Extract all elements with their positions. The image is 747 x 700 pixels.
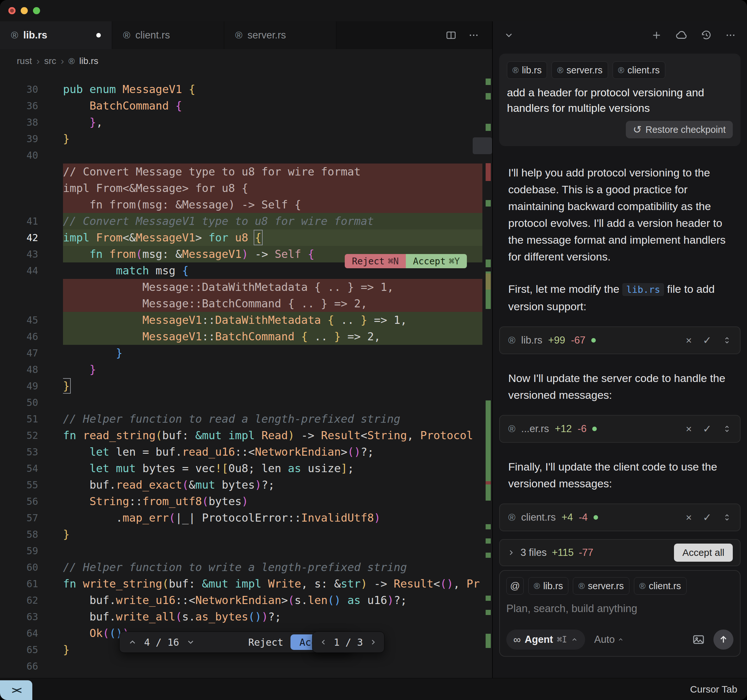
nav-down-icon[interactable] — [186, 638, 195, 647]
tab-client-rs[interactable]: ® client.rs — [112, 21, 224, 49]
expand-file-icon[interactable] — [723, 513, 732, 522]
code-line[interactable]: impl Message { — [0, 674, 492, 678]
model-selector[interactable]: Auto — [594, 634, 624, 645]
maximize-button[interactable] — [33, 7, 40, 14]
restore-checkpoint-button[interactable]: ↺ Restore checkpoint — [626, 121, 733, 138]
inline-code[interactable]: lib.rs — [622, 283, 664, 296]
code-line[interactable]: 41// Convert MessageV1 type to u8 for wi… — [0, 213, 492, 229]
code-line[interactable]: 52fn read_string(buf: &mut impl Read) ->… — [0, 427, 492, 444]
code-line[interactable]: 40 — [0, 147, 492, 164]
history-icon[interactable] — [700, 29, 712, 41]
code-line[interactable]: Message::DataWithMetadata { .. } => 1, — [0, 279, 492, 295]
code-line[interactable]: impl From<&Message> for u8 { — [0, 180, 492, 197]
code-line[interactable]: 57 .map_err(|_| ProtocolError::InvalidUt… — [0, 510, 492, 526]
cloud-icon[interactable] — [675, 29, 688, 41]
prompt-input-card[interactable]: @ ®lib.rs ®server.rs ®client.rs Plan, se… — [499, 570, 741, 657]
input-context-chip[interactable]: ®client.rs — [634, 577, 687, 595]
pager-prev-icon[interactable] — [319, 638, 328, 646]
code-line[interactable]: 42impl From<&MessageV1> for u8 { — [0, 229, 492, 246]
code-text: Message::BatchCommand { .. } => 2, — [63, 295, 482, 312]
split-editor-icon[interactable] — [446, 30, 457, 41]
code-line[interactable]: // Convert Message type to u8 for wire f… — [0, 164, 492, 180]
files-summary-bar[interactable]: 3 files +115 -77 Accept all — [499, 539, 741, 566]
rust-file-icon: ® — [578, 582, 584, 590]
close-button[interactable] — [8, 7, 15, 14]
send-button[interactable] — [714, 630, 733, 650]
code-line[interactable]: 46 MessageV1::BatchCommand { .. } => 2, — [0, 328, 492, 345]
expand-file-icon[interactable] — [723, 336, 732, 345]
file-edit-card[interactable]: ® client.rs +4 -4 × ✓ — [499, 503, 741, 531]
tab-server-rs[interactable]: ® server.rs — [224, 21, 336, 49]
code-line[interactable]: 62 buf.write_u16::<NetworkEndian>(s.len(… — [0, 592, 492, 609]
add-context-button[interactable]: @ — [506, 577, 524, 595]
code-line[interactable]: 48 } — [0, 361, 492, 378]
line-number: 42 — [0, 229, 38, 246]
panel-toggle-button[interactable]: >< — [0, 680, 32, 700]
chevron-right-icon: › — [36, 56, 40, 67]
file-edit-card[interactable]: ® lib.rs +99 -67 × ✓ — [499, 326, 741, 354]
code-line[interactable]: 36 BatchCommand { — [0, 98, 492, 114]
new-chat-icon[interactable] — [651, 29, 662, 41]
code-line[interactable]: 54 let mut bytes = vec![0u8; len as usiz… — [0, 460, 492, 477]
expand-file-icon[interactable] — [723, 424, 732, 433]
input-context-chip[interactable]: ®lib.rs — [528, 577, 568, 595]
pager-next-icon[interactable] — [369, 638, 377, 646]
agent-mode-selector[interactable]: ∞ Agent ⌘I — [506, 630, 585, 650]
code-line[interactable]: Message::BatchCommand { .. } => 2, — [0, 295, 492, 312]
nav-up-icon[interactable] — [128, 638, 137, 647]
file-edit-card[interactable]: ® ...er.rs +12 -6 × ✓ — [499, 415, 741, 443]
diff-accept-button[interactable]: Accept ⌘Y — [406, 254, 467, 268]
code-token: ) — [242, 495, 248, 508]
code-line[interactable]: 30pub enum MessageV1 { — [0, 81, 492, 98]
breadcrumb-item[interactable]: rust — [17, 56, 32, 66]
accept-file-icon[interactable]: ✓ — [703, 511, 711, 524]
rust-file-icon: ® — [123, 30, 130, 40]
code-line[interactable]: 61fn write_string(buf: &mut impl Write, … — [0, 576, 492, 592]
context-chip[interactable]: ®lib.rs — [507, 61, 547, 79]
code-line[interactable]: 38 }, — [0, 114, 492, 130]
code-line[interactable]: 59 — [0, 542, 492, 559]
code-token: ::< — [235, 445, 255, 458]
code-token: ) — [374, 511, 380, 524]
accept-file-icon[interactable]: ✓ — [703, 334, 711, 347]
breadcrumb-item[interactable]: lib.rs — [79, 56, 98, 66]
code-line[interactable]: 50 — [0, 394, 492, 411]
reject-button[interactable]: Reject — [248, 637, 283, 648]
collapse-chevron-icon[interactable] — [504, 30, 514, 40]
code-line[interactable]: fn from(msg: &Message) -> Self { — [0, 197, 492, 213]
minimize-button[interactable] — [21, 7, 28, 14]
code-line[interactable]: 56 String::from_utf8(bytes) — [0, 493, 492, 510]
input-context-chip[interactable]: ®server.rs — [573, 577, 629, 595]
code-line[interactable]: 47 } — [0, 345, 492, 361]
context-chip[interactable]: ®client.rs — [612, 61, 665, 79]
accept-all-button[interactable]: Accept all — [674, 544, 733, 562]
code-line[interactable]: 66 — [0, 658, 492, 674]
code-editor[interactable]: 30pub enum MessageV1 {36 BatchCommand {3… — [0, 73, 492, 678]
code-line[interactable]: 63 buf.write_all(s.as_bytes())?; — [0, 609, 492, 625]
code-line[interactable]: 53 let len = buf.read_u16::<NetworkEndia… — [0, 444, 492, 460]
tab-lib-rs[interactable]: ® lib.rs — [0, 21, 112, 49]
code-line[interactable]: 58} — [0, 526, 492, 542]
summary-chevron-icon[interactable] — [507, 548, 515, 557]
total-additions: +115 — [552, 547, 574, 558]
code-token: ) — [255, 478, 262, 491]
panel-more-icon[interactable] — [725, 30, 736, 41]
code-line[interactable]: 51// Helper function to read a length-pr… — [0, 411, 492, 427]
code-line[interactable]: 45 MessageV1::DataWithMetadata { .. } =>… — [0, 312, 492, 328]
chat-scroll[interactable]: ®lib.rs ®server.rs ®client.rs add a head… — [493, 49, 747, 678]
prompt-input[interactable]: Plan, search, build anything — [506, 602, 733, 615]
code-line[interactable]: 49} — [0, 378, 492, 394]
image-icon[interactable] — [692, 633, 705, 646]
diff-reject-button[interactable]: Reject ⌘N — [345, 254, 406, 268]
reject-file-icon[interactable]: × — [686, 423, 692, 435]
reject-file-icon[interactable]: × — [686, 512, 692, 524]
code-line[interactable]: 60// Helper function to write a length-p… — [0, 559, 492, 576]
code-line[interactable]: 39} — [0, 130, 492, 147]
context-chip[interactable]: ®server.rs — [552, 61, 608, 79]
breadcrumb-item[interactable]: src — [44, 56, 56, 66]
code-line[interactable]: 55 buf.read_exact(&mut bytes)?; — [0, 477, 492, 493]
accept-file-icon[interactable]: ✓ — [703, 423, 711, 435]
reject-file-icon[interactable]: × — [686, 335, 692, 347]
arrow-up-icon — [718, 634, 729, 645]
more-actions-icon[interactable] — [468, 30, 479, 41]
